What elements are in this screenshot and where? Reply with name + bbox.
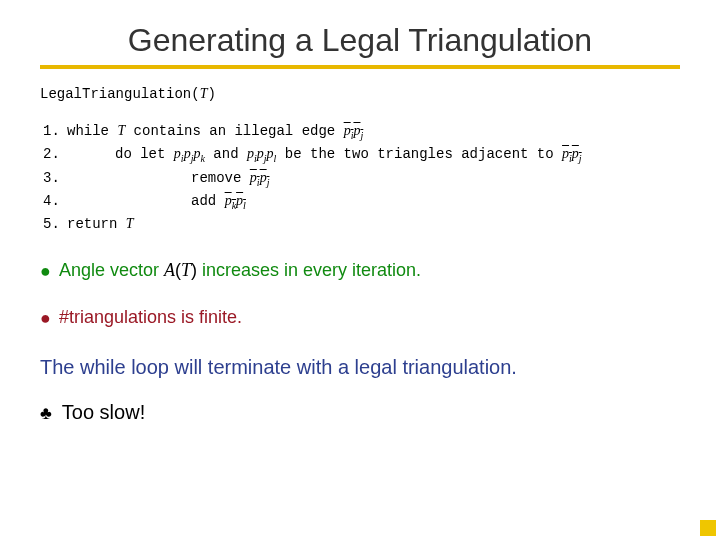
angle-pre: Angle vector: [59, 260, 164, 280]
line-number: 4.: [40, 190, 64, 213]
edge-pipj-2: pipj: [562, 146, 582, 162]
kw-while: while: [67, 123, 109, 139]
edge-pipj-3: pipj: [250, 170, 270, 186]
slide: Generating a Legal Triangulation LegalTr…: [0, 0, 720, 540]
angle-post: increases in every iteration.: [197, 260, 421, 280]
angle-T: T: [181, 260, 191, 280]
angle-A: A: [164, 260, 175, 280]
kw-return: return: [67, 216, 117, 232]
club-icon: ♣: [40, 403, 52, 424]
algo-line-2: 2. do let pipjpk and pipjpl be the two t…: [40, 143, 585, 166]
bullet-angle: ● Angle vector A(T) increases in every i…: [40, 260, 680, 281]
corner-square-icon: [700, 520, 716, 536]
algo-arg: T: [200, 86, 208, 101]
termination-statement: The while loop will terminate with a leg…: [40, 356, 680, 379]
too-slow-line: ♣ Too slow!: [40, 401, 680, 424]
algo-line-1: 1. while T contains an illegal edge pipj: [40, 120, 585, 143]
text-tail: be the two triangles adjacent to: [276, 146, 562, 162]
line-number: 5.: [40, 213, 64, 236]
edge-pkpl: pkpl: [225, 193, 246, 209]
line-number: 1.: [40, 120, 64, 143]
kw-dolet: do let: [115, 146, 165, 162]
bullet-list: ● Angle vector A(T) increases in every i…: [40, 260, 680, 328]
algo-line-3: 3. remove pipj: [40, 167, 585, 190]
bullet-finite-text: #triangulations is finite.: [59, 307, 242, 328]
bullet-finite: ● #triangulations is finite.: [40, 307, 680, 328]
var-T-2: T: [126, 216, 134, 231]
kw-add: add: [191, 193, 216, 209]
bullet-icon: ●: [40, 262, 51, 280]
text-and: and: [205, 146, 247, 162]
algo-line-5: 5. return T: [40, 213, 585, 236]
text-contains: contains an illegal edge: [125, 123, 343, 139]
line-number: 3.: [40, 167, 64, 190]
algorithm-block: LegalTriangulation(T) 1. while T contain…: [40, 83, 680, 236]
title-rule: [40, 65, 680, 69]
edge-pipj: pipj: [344, 123, 364, 139]
algo-name: LegalTriangulation: [40, 86, 191, 102]
too-slow-text: Too slow!: [62, 401, 145, 424]
algo-line-4: 4. add pkpl: [40, 190, 585, 213]
line-number: 2.: [40, 143, 64, 166]
tri2: pipjpl: [247, 146, 276, 161]
bullet-icon: ●: [40, 309, 51, 327]
algorithm-lines: 1. while T contains an illegal edge pipj…: [40, 120, 585, 236]
slide-title: Generating a Legal Triangulation: [40, 22, 680, 59]
algorithm-header: LegalTriangulation(T): [40, 83, 680, 106]
bullet-angle-text: Angle vector A(T) increases in every ite…: [59, 260, 421, 281]
kw-remove: remove: [191, 170, 241, 186]
tri1: pipjpk: [174, 146, 205, 161]
